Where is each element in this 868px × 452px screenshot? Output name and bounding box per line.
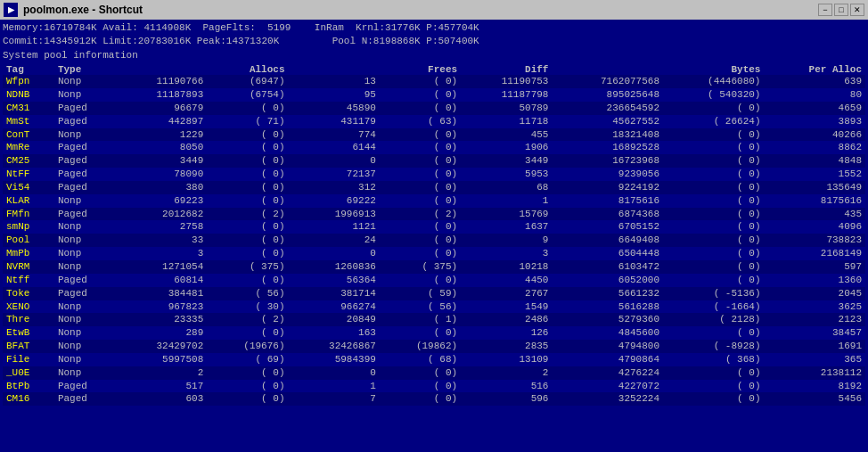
minimize-button[interactable]: −: [818, 4, 832, 16]
table-cell: 6649408: [552, 234, 663, 247]
table-cell: ( 0): [663, 102, 764, 115]
table-row: MmStPaged442897( 71)431179( 63)117184562…: [3, 115, 865, 128]
table-cell: 11190766: [116, 75, 207, 88]
table-cell: Paged: [54, 141, 116, 154]
table-cell: ( 0): [207, 326, 288, 340]
table-cell: Ntff: [3, 274, 54, 287]
table-cell: EtwB: [3, 326, 54, 340]
table-cell: Paged: [54, 181, 116, 194]
table-cell: ( 375): [207, 260, 288, 274]
table-cell: KLAR: [3, 194, 54, 208]
table-cell: BtPb: [3, 380, 54, 393]
table-cell: MmSt: [3, 115, 54, 128]
table-cell: 8192: [764, 380, 865, 393]
table-cell: ( 2): [207, 208, 288, 221]
table-cell: Nonp: [54, 88, 116, 102]
col-allocs: Allocs: [116, 64, 289, 75]
table-cell: ( 0): [207, 274, 288, 287]
table-cell: 380: [116, 181, 207, 194]
table-cell: 895025648: [552, 88, 663, 102]
table-cell: 6504448: [552, 247, 663, 260]
table-cell: 4845600: [552, 326, 663, 340]
table-cell: MmPb: [3, 247, 54, 260]
table-cell: ( 0): [380, 102, 461, 115]
table-cell: ( 0): [380, 181, 461, 194]
table-cell: 9: [461, 234, 552, 247]
table-row: ConTNonp1229( 0)774( 0)45518321408( 0)40…: [3, 128, 865, 142]
close-button[interactable]: ✕: [850, 4, 864, 16]
table-cell: 738823: [764, 234, 865, 247]
table-cell: 4227072: [552, 380, 663, 393]
table-cell: Paged: [54, 115, 116, 128]
table-cell: 517: [116, 380, 207, 393]
table-cell: 8862: [764, 141, 865, 154]
table-cell: ( 2128): [663, 313, 764, 326]
table-cell: 7162077568: [552, 75, 663, 88]
table-cell: ( 0): [663, 366, 764, 380]
table-cell: 4794800: [552, 340, 663, 353]
table-row: CM31Paged96679( 0)45890( 0)5078923665459…: [3, 102, 865, 115]
table-cell: 289: [116, 326, 207, 340]
table-cell: 2486: [461, 313, 552, 326]
table-cell: ( 1): [380, 313, 461, 326]
table-cell: ( 69): [207, 353, 288, 366]
table-cell: ( 0): [207, 168, 288, 181]
table-cell: ( 0): [380, 326, 461, 340]
table-cell: ( 0): [380, 380, 461, 393]
table-cell: ( 0): [380, 128, 461, 142]
table-row: BFATNonp32429702(19676)32426867(19862)28…: [3, 340, 865, 353]
table-cell: 4790864: [552, 353, 663, 366]
table-cell: Nonp: [54, 260, 116, 274]
table-cell: ( 56): [207, 287, 288, 300]
title-bar-controls[interactable]: − □ ✕: [818, 4, 864, 16]
maximize-button[interactable]: □: [834, 4, 848, 16]
table-cell: Paged: [54, 168, 116, 181]
info-line-2: Commit:14345912K Limit:20783016K Peak:14…: [3, 35, 865, 48]
table-cell: (6754): [207, 88, 288, 102]
table-cell: 3449: [461, 154, 552, 168]
table-cell: CM16: [3, 392, 54, 406]
table-cell: 0: [289, 154, 380, 168]
table-cell: 431179: [289, 115, 380, 128]
table-cell: 365: [764, 353, 865, 366]
table-cell: Paged: [54, 274, 116, 287]
table-cell: 1360: [764, 274, 865, 287]
table-cell: ( 0): [207, 102, 288, 115]
table-cell: ( 0): [207, 247, 288, 260]
table-cell: ( 0): [663, 234, 764, 247]
table-cell: 5997508: [116, 353, 207, 366]
table-row: BtPbPaged517( 0)1( 0)5164227072( 0)8192: [3, 380, 865, 393]
table-cell: ( 68): [380, 353, 461, 366]
table-cell: 3: [461, 247, 552, 260]
table-cell: ( 0): [380, 234, 461, 247]
table-cell: ( 0): [663, 194, 764, 208]
table-cell: 135649: [764, 181, 865, 194]
table-cell: 69222: [289, 194, 380, 208]
table-cell: Paged: [54, 380, 116, 393]
table-cell: Nonp: [54, 353, 116, 366]
table-cell: XENO: [3, 300, 54, 314]
table-cell: 4450: [461, 274, 552, 287]
table-cell: 236654592: [552, 102, 663, 115]
table-cell: 2758: [116, 220, 207, 234]
table-cell: 60814: [116, 274, 207, 287]
table-cell: 3: [116, 247, 207, 260]
table-row: MmPbNonp3( 0)0( 0)36504448( 0)2168149: [3, 247, 865, 260]
table-cell: 1996913: [289, 208, 380, 221]
table-cell: ( 0): [663, 220, 764, 234]
table-cell: 1906: [461, 141, 552, 154]
table-cell: MmRe: [3, 141, 54, 154]
col-bytes: Bytes: [552, 64, 764, 75]
table-row: KLARNonp69223( 0)69222( 0)18175616( 0)81…: [3, 194, 865, 208]
table-row: CM25Paged3449( 0)0( 0)344916723968( 0)48…: [3, 154, 865, 168]
table-cell: ( 0): [380, 274, 461, 287]
col-tag: Tag: [3, 64, 54, 75]
table-cell: 967823: [116, 300, 207, 314]
table-cell: 435: [764, 208, 865, 221]
table-row: PoolNonp33( 0)24( 0)96649408( 0)738823: [3, 234, 865, 247]
table-cell: Nonp: [54, 313, 116, 326]
table-cell: 2835: [461, 340, 552, 353]
table-cell: BFAT: [3, 340, 54, 353]
table-body: WfpnNonp11190766(6947)13( 0)111907537162…: [3, 75, 865, 406]
info-line-3: System pool information: [3, 49, 865, 62]
